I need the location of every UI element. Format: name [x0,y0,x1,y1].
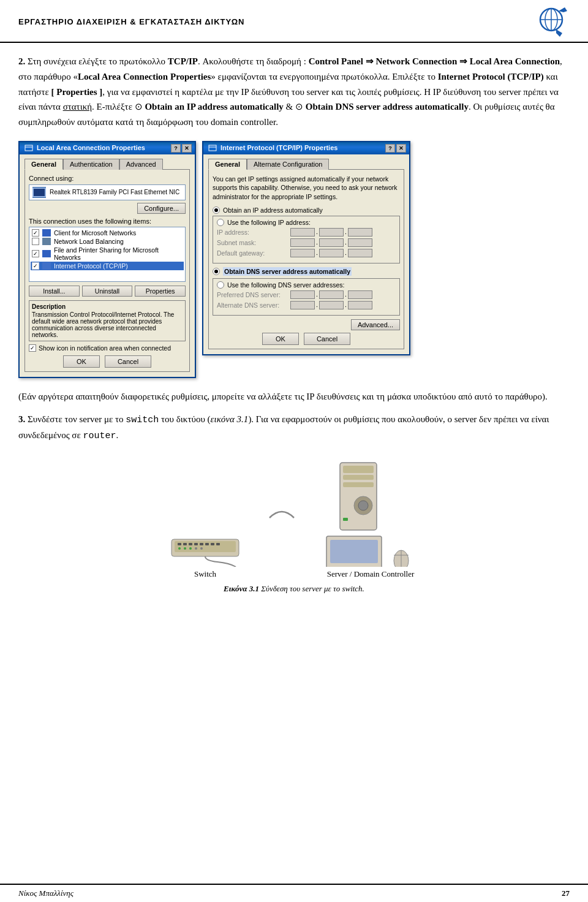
ip-titlebar-btns: ? ✕ [385,144,406,153]
ip-info-text: You can get IP settings assigned automat… [213,175,400,202]
ip-pdns-box3[interactable] [348,290,372,299]
step3-intro: Συνδέστε τον server με το [28,414,126,424]
ip-titlebar-icon [208,145,217,152]
ip-addr-box3[interactable] [348,228,372,237]
ip-cancel-btn[interactable]: Cancel [304,333,350,345]
ip-manual-dns-section: Use the following DNS server addresses: … [213,278,400,316]
svg-point-21 [195,547,197,550]
list-item[interactable]: File and Printer Sharing for Microsoft N… [31,246,184,262]
ip-address-row: IP address: . . [217,228,396,237]
list-item[interactable]: Client for Microsoft Networks [31,229,184,237]
switch-svg [168,518,242,567]
ip-advanced-btn[interactable]: Advanced... [351,319,400,330]
ip-subnet-box1[interactable] [290,238,315,247]
lac-item-icon-1 [42,229,51,237]
ip-addr-box2[interactable] [319,228,344,237]
note-text: (Εάν αργότερα απαιτηθούν διαφορετικές ρυ… [18,392,548,401]
lac-install-btn[interactable]: Install... [29,286,80,297]
footer-page-number: 27 [562,889,570,898]
svg-rect-17 [216,543,220,545]
cable-svg [266,487,297,548]
svg-rect-25 [343,475,374,480]
list-item[interactable]: Network Load Balancing [31,237,184,246]
ip-tabs: General Alternate Configuration [208,158,404,170]
ip-manual-dns-radio[interactable] [217,281,224,289]
ip-tab-general[interactable]: General [208,159,247,170]
ip-adns-box3[interactable] [348,301,372,309]
ip-gw-box1[interactable] [290,249,315,257]
svg-rect-10 [178,543,181,545]
lac-ok-btn[interactable]: OK [63,355,100,368]
lac-uninstall-btn[interactable]: Uninstall [82,286,133,297]
lac-configure-btn[interactable]: Configure... [137,203,186,214]
lac-properties-btn[interactable]: Properties [135,286,186,297]
lac-cancel-btn[interactable]: Cancel [105,355,151,368]
ip-panel: You can get IP settings assigned automat… [208,170,404,349]
ip-pdns-box2[interactable] [319,290,344,299]
lac-checkbox-3[interactable] [32,250,39,257]
ip-gw-box2[interactable] [319,249,344,257]
lac-items-label: This connection uses the following items… [29,218,186,225]
ip-manual-ip-row[interactable]: Use the following IP address: [217,219,396,226]
ip-subnet-box2[interactable] [319,238,344,247]
ip-auto-ip-radio[interactable] [213,207,220,214]
ip-subnet-box3[interactable] [348,238,372,247]
page-header: ΕΡΓΑΣΤΗΡΙΟ ΔΙΑΧΕΙΡΙΣΗ & ΕΓΚΑΤΑΣΤΑΣΗ ΔΙΚΤ… [0,0,588,43]
lac-item-label-3: File and Printer Sharing for Microsoft N… [54,246,183,261]
figure-caption-bold: Εικόνα 3.1 [224,584,259,593]
ip-tab-alternate[interactable]: Alternate Configuration [247,159,330,170]
lac-dialog: Local Area Connection Properties ? ✕ Gen… [18,141,196,378]
lac-checkbox-2[interactable] [32,238,39,245]
lac-tabs: General Authentication Advanced [24,158,190,170]
lac-description-box: Description Transmission Control Protoco… [29,300,186,341]
lac-checkbox-1[interactable] [32,229,39,237]
lac-show-icon-checkbox[interactable] [29,344,36,352]
lac-show-icon-label: Show icon in notification area when conn… [39,344,171,352]
ip-close-btn[interactable]: ✕ [396,144,406,153]
ip-address-input: . . [290,228,372,237]
lac-bottom-btns: Install... Uninstall Properties [29,286,186,297]
svg-point-28 [358,501,368,510]
lac-close-btn[interactable]: ✕ [182,144,192,153]
server-label: Server / Domain Controller [327,569,415,579]
lac-tab-general[interactable]: General [24,159,63,170]
ip-auto-ip-row[interactable]: Obtain an IP address automatically [213,207,400,214]
lac-tab-authentication[interactable]: Authentication [63,159,119,170]
ip-gateway-input: . . [290,249,372,257]
lac-checkbox-4[interactable] [32,262,39,270]
svg-point-18 [178,547,181,550]
figure-image: Switch [18,457,570,579]
ip-gw-box3[interactable] [348,249,372,257]
ip-adns-box2[interactable] [319,301,344,309]
ip-preferred-dns-row: Preferred DNS server: . . [217,290,396,299]
step2-paragraph: 2. Στη συνέχεια ελέγξτε το πρωτόκολλο TC… [18,54,570,130]
svg-rect-11 [183,543,187,545]
switch-label: Switch [194,569,216,579]
ip-ok-cancel: OK Cancel [213,333,400,345]
list-item-selected[interactable]: Internet Protocol (TCP/IP) [31,262,184,270]
step3-paragraph: 3. Συνδέστε τον server με το switch του … [18,412,570,445]
lac-tab-advanced[interactable]: Advanced [119,159,163,170]
step3-switch: switch [126,415,159,425]
header-title: ΕΡΓΑΣΤΗΡΙΟ ΔΙΑΧΕΙΡΙΣΗ & ΕΓΚΑΤΑΣΤΑΣΗ ΔΙΚΤ… [18,17,244,26]
lac-titlebar-icon [24,145,33,152]
ip-manual-dns-row[interactable]: Use the following DNS server addresses: [217,281,396,289]
lac-item-label-2: Network Load Balancing [54,238,124,245]
ip-manual-ip-radio[interactable] [217,219,224,226]
adapter-icon [32,187,46,198]
ip-ok-btn[interactable]: OK [262,333,299,345]
ip-auto-dns-radio[interactable] [213,268,220,275]
ip-adns-box1[interactable] [290,301,315,309]
ip-pdns-box1[interactable] [290,290,315,299]
svg-rect-24 [343,466,374,473]
ip-auto-dns-row[interactable]: Obtain DNS server address automatically [213,267,400,276]
ip-manual-dns-label: Use the following DNS server addresses: [227,281,344,289]
lac-help-btn[interactable]: ? [171,144,181,153]
ip-address-label: IP address: [217,229,290,236]
svg-rect-6 [209,145,216,151]
ip-help-btn[interactable]: ? [385,144,395,153]
ip-addr-box1[interactable] [290,228,315,237]
server-svg [322,457,420,567]
svg-rect-13 [194,543,198,545]
ip-dialog: Internet Protocol (TCP/IP) Properties ? … [202,141,410,355]
